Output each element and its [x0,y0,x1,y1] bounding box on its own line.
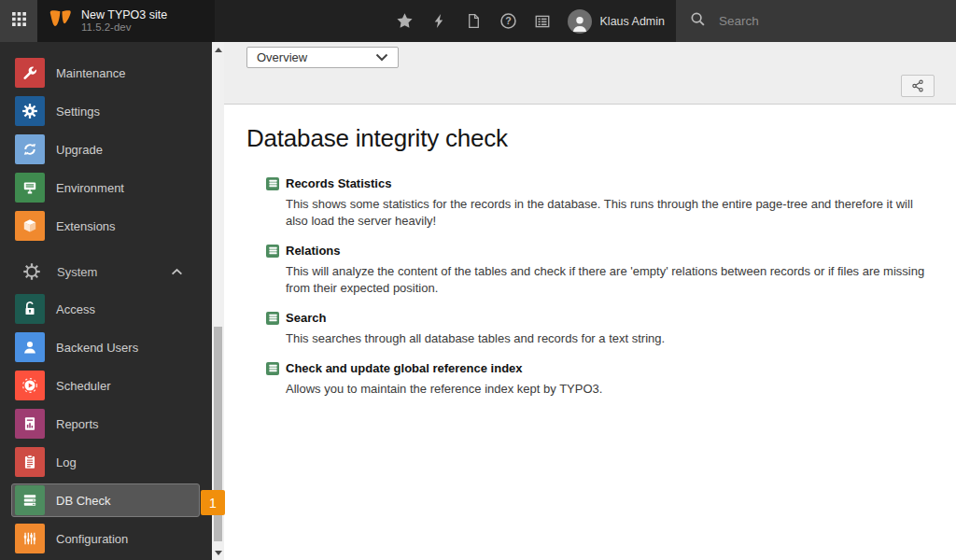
monitor-icon [15,173,45,203]
sidebar-item-label: Log [56,455,77,469]
sidebar-item-environment[interactable]: Environment [11,171,200,204]
check-list: Records Statistics This shows some stati… [266,176,934,398]
gear-outline-icon [22,262,41,281]
lock-open-icon [15,294,45,324]
database-small-icon [266,312,279,325]
clipboard-icon [15,447,45,477]
check-item-search: Search This searches through all databas… [266,311,934,347]
brand[interactable]: New TYPO3 site 11.5.2-dev [37,0,215,42]
check-title: Check and update global reference index [286,361,523,375]
sidebar-item-db-check[interactable]: DB Check [11,483,200,517]
help-button[interactable]: ? [491,0,526,42]
sidebar-item-settings[interactable]: Settings [11,94,200,128]
sidebar-item-maintenance[interactable]: Maintenance [11,56,200,90]
check-item-relations: Relations This will analyze the content … [266,244,934,297]
user-menu-button[interactable]: Klaus Admin [560,0,676,42]
play-circle-icon [15,371,45,400]
list-icon [534,13,551,30]
function-select[interactable]: Overview [246,47,399,68]
share-icon [911,79,924,92]
site-title: New TYPO3 site [81,8,167,21]
sidebar-item-label: Scheduler [56,379,111,393]
cube-icon [15,211,45,241]
scroll-up-arrow[interactable] [212,43,224,56]
sliders-icon [15,524,45,553]
topbar-search [676,0,956,42]
sidebar-item-reports[interactable]: Reports [11,407,200,441]
scroll-down-arrow[interactable] [212,546,224,559]
sidebar-item-label: Upgrade [56,143,103,157]
sidebar-item-log[interactable]: Log [11,445,200,479]
check-title: Records Statistics [286,176,391,190]
sidebar-item-label: Maintenance [56,66,125,80]
topbar-spacer [215,0,387,42]
gear-icon [15,96,45,126]
sidebar-item-label: Environment [56,181,124,195]
systeminfo-button[interactable] [526,0,560,42]
sidebar-item-label: Extensions [56,219,116,233]
star-icon [396,12,414,30]
bolt-icon [431,13,447,29]
typo3-logo-icon [48,8,74,35]
check-item-records-statistics: Records Statistics This shows some stati… [266,176,934,230]
clear-cache-button[interactable] [422,0,457,42]
sidebar-item-configuration[interactable]: Configuration [11,522,200,555]
sidebar-item-upgrade[interactable]: Upgrade [11,133,200,166]
database-small-icon [266,362,279,375]
topbar: New TYPO3 site 11.5.2-dev ? Klaus Admin [0,0,956,42]
sidebar-item-scheduler[interactable]: Scheduler [11,369,200,402]
sidebar-group-label: System [57,265,97,279]
sidebar-item-label: Backend Users [56,341,138,355]
check-item-reference-index: Check and update global reference index … [266,361,934,398]
bookmarks-button[interactable] [387,0,422,42]
doc-header: Overview [224,42,956,105]
db-check-count-badge: 1 [201,490,225,515]
database-icon [15,485,45,515]
refresh-icon [15,134,45,164]
report-chart-icon [15,409,45,439]
modules-toggle-button[interactable] [0,0,37,42]
user-icon [15,332,45,362]
sidebar-item-label: Reports [56,417,99,431]
wrench-icon [15,58,45,88]
triangle-up-icon [215,48,222,52]
typo3-version: 11.5.2-dev [81,21,167,34]
sidebar-item-label: Configuration [56,532,128,546]
svg-text:?: ? [505,15,512,26]
sidebar-item-extensions[interactable]: Extensions [11,209,200,243]
help-icon: ? [499,12,517,30]
username: Klaus Admin [600,15,665,28]
avatar [568,9,592,34]
check-description: This shows some statistics for the recor… [286,196,934,230]
sidebar-item-label: DB Check [56,494,111,508]
check-description: Allows you to maintain the reference ind… [286,381,934,398]
sidebar-item-label: Settings [56,105,100,119]
module-body: Database integrity check Records Statist… [224,105,956,398]
triangle-down-icon [215,551,222,555]
content-area: Overview Database integrity check Record… [224,42,956,560]
chevron-down-icon [375,53,388,62]
sidebar-item-access[interactable]: Access [11,292,200,326]
sidebar-item-label: Access [56,302,95,316]
search-input[interactable] [717,13,942,29]
sidebar-scrollbar[interactable] [212,42,224,560]
check-title: Relations [286,244,341,258]
document-icon [466,13,482,29]
share-button[interactable] [901,75,935,97]
check-title: Search [286,311,326,325]
chevron-up-icon [171,263,183,280]
database-small-icon [266,245,279,258]
database-small-icon [266,177,279,190]
grid-icon [11,11,27,31]
module-menu: Maintenance Settings Upgrade Environment [0,42,224,560]
open-document-button[interactable] [457,0,491,42]
check-description: This searches through all database table… [286,330,934,347]
function-select-value: Overview [257,50,307,64]
check-description: This will analyze the content of the tab… [286,263,934,297]
sidebar-item-backend-users[interactable]: Backend Users [11,330,200,364]
search-icon [690,11,717,31]
sidebar-group-system[interactable]: System [11,258,200,286]
page-title: Database integrity check [246,124,934,153]
